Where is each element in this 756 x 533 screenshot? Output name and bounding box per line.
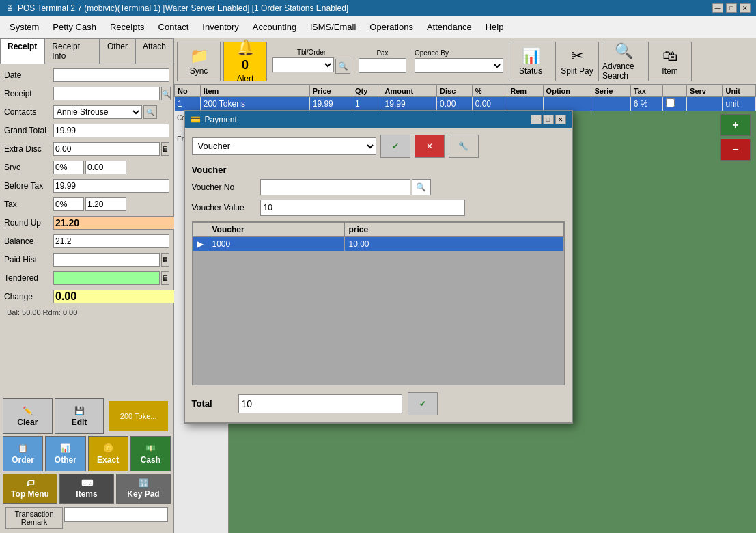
- settings-wrench-icon: 🔧: [458, 141, 468, 151]
- voucher-table-row[interactable]: ▶ 1000 10.00: [193, 236, 563, 251]
- dialog-settings-btn[interactable]: 🔧: [449, 135, 479, 158]
- voucher-no-input[interactable]: [260, 179, 410, 195]
- voucher-no-row: Voucher No 🔍: [192, 179, 565, 195]
- voucher-value-label: Voucher Value: [192, 203, 260, 213]
- voucher-no-label: Voucher No: [192, 182, 260, 192]
- voucher-search-btn[interactable]: 🔍: [412, 179, 431, 195]
- voucher-value-row: Voucher Value: [192, 200, 565, 216]
- dialog-title-btns[interactable]: — □ ✕: [531, 115, 566, 124]
- voucher-col-indicator: [193, 222, 208, 236]
- payment-type-select[interactable]: Voucher Cash Credit Card Cheque Bank Tra…: [192, 137, 376, 155]
- dialog-close-btn[interactable]: ✕: [555, 115, 566, 124]
- voucher-section-title: Voucher: [192, 165, 565, 175]
- voucher-value-input[interactable]: [260, 200, 465, 216]
- payment-dialog: 💳 Payment — □ ✕ Voucher Cash Credit Card…: [184, 110, 573, 424]
- dialog-ok-btn[interactable]: ✔: [380, 135, 410, 158]
- dialog-maximize-btn[interactable]: □: [543, 115, 554, 124]
- cancel-x-icon: ✕: [426, 141, 433, 151]
- voucher-col-price: price: [344, 222, 563, 236]
- total-input[interactable]: [238, 394, 402, 413]
- voucher-table: Voucher price ▶ 1000 10.00: [193, 222, 564, 251]
- dialog-cancel-btn[interactable]: ✕: [415, 135, 445, 158]
- ok-checkmark-icon: ✔: [392, 141, 399, 151]
- voucher-row-name: 1000: [208, 236, 344, 251]
- voucher-table-area: Voucher price ▶ 1000 10.00: [192, 221, 565, 385]
- voucher-row-indicator: ▶: [193, 236, 208, 251]
- voucher-row-price: 10.00: [344, 236, 563, 251]
- dialog-title-bar: 💳 Payment — □ ✕: [185, 111, 572, 128]
- voucher-col-voucher: Voucher: [208, 222, 344, 236]
- total-ok-check-icon: ✔: [419, 399, 426, 409]
- dialog-minimize-btn[interactable]: —: [531, 115, 542, 124]
- dialog-top-row: Voucher Cash Credit Card Cheque Bank Tra…: [192, 135, 565, 158]
- dialog-overlay: 💳 Payment — □ ✕ Voucher Cash Credit Card…: [0, 0, 756, 533]
- dialog-title-icon: 💳: [191, 115, 201, 124]
- dialog-title: Payment: [205, 115, 237, 124]
- total-row: Total ✔: [192, 392, 565, 415]
- voucher-section: Voucher Voucher No 🔍 Voucher Value: [192, 165, 565, 216]
- total-label: Total: [192, 398, 233, 409]
- dialog-body: Voucher Cash Credit Card Cheque Bank Tra…: [185, 128, 572, 422]
- total-ok-btn[interactable]: ✔: [408, 392, 438, 415]
- voucher-table-header: Voucher price: [193, 222, 563, 236]
